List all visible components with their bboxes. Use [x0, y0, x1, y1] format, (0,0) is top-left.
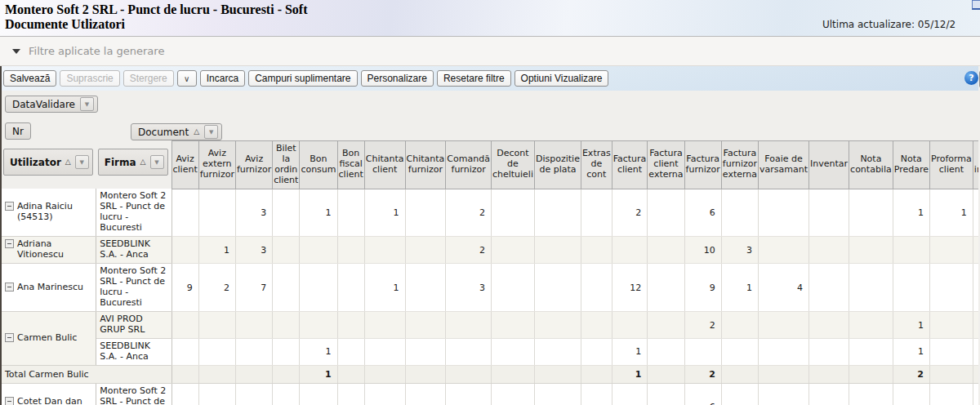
- value-cell: [612, 237, 648, 264]
- document-column-header-10: Dispozitie de plata: [534, 141, 581, 189]
- value-cell: [581, 365, 612, 383]
- chevron-down-icon[interactable]: ▼: [150, 155, 164, 169]
- value-cell: 1: [300, 365, 337, 383]
- value-cell: [809, 264, 849, 312]
- chevron-down-icon[interactable]: ▼: [80, 97, 94, 111]
- value-cell: 1: [612, 365, 648, 383]
- value-cell: [809, 383, 849, 405]
- value-cell: [364, 237, 405, 264]
- value-cell: [612, 383, 648, 405]
- incarca-button[interactable]: Incarca: [200, 70, 245, 87]
- datavalidare-field-button[interactable]: DataValidare ▼: [5, 96, 98, 113]
- collapse-icon[interactable]: [5, 283, 14, 292]
- collapse-icon[interactable]: [5, 397, 14, 405]
- table-row: Adina Raiciu (54513)Montero Soft 2 SRL -…: [2, 189, 978, 236]
- value-cell: [893, 383, 929, 405]
- value-cell: [973, 189, 978, 236]
- firm-cell: SEEDBLINK S.A. - Anca: [96, 339, 172, 366]
- value-cell: [198, 189, 235, 236]
- salveaza-button[interactable]: Salvează: [3, 70, 56, 87]
- page-subtitle: Documente Utlizatori: [5, 17, 125, 32]
- document-column-header-5: Bon fiscal client: [337, 141, 364, 189]
- value-cell: [337, 312, 364, 339]
- value-cell: [929, 365, 973, 383]
- value-cell: [337, 264, 364, 312]
- value-cell: [759, 237, 809, 264]
- value-cell: [721, 383, 758, 405]
- value-cell: [300, 383, 337, 405]
- value-cell: 10: [684, 237, 721, 264]
- value-cell: [446, 365, 492, 383]
- value-cell: [446, 383, 492, 405]
- saved-filters-dropdown[interactable]: ∨: [177, 70, 197, 87]
- utilizator-sort-header[interactable]: Utilizator△▼: [3, 149, 93, 176]
- value-cell: [721, 365, 758, 383]
- document-column-header-12: Factura client: [612, 141, 648, 189]
- value-cell: [300, 237, 337, 264]
- value-cell: 6: [684, 383, 721, 405]
- collapse-icon[interactable]: [5, 333, 14, 342]
- user-name: Ana Marinescu: [17, 283, 83, 293]
- value-cell: [849, 237, 893, 264]
- clipped-link-fragment[interactable]: [972, 0, 980, 10]
- value-cell: 2: [612, 189, 648, 236]
- value-cell: [929, 339, 973, 366]
- nr-button[interactable]: Nr: [5, 122, 31, 140]
- document-column-header-15: Factura furnizor externa: [721, 141, 758, 189]
- optiuni-vizualizare-button[interactable]: Optiuni Vizualizare: [514, 70, 609, 87]
- value-cell: [721, 312, 758, 339]
- value-cell: [198, 383, 235, 405]
- value-cell: 2: [684, 365, 721, 383]
- value-cell: 1: [300, 339, 337, 366]
- campuri-suplimentare-button[interactable]: Campuri suplimentare: [248, 70, 357, 87]
- collapse-icon[interactable]: [5, 202, 14, 211]
- document-column-header-1: Aviz extern furnizor: [198, 141, 235, 189]
- total-row-label: Total Carmen Bulic: [2, 365, 172, 383]
- chevron-down-icon[interactable]: ▼: [75, 155, 89, 169]
- value-cell: [612, 312, 648, 339]
- value-cell: [929, 383, 973, 405]
- value-cell: [721, 339, 758, 366]
- value-cell: [973, 312, 978, 339]
- value-cell: [405, 237, 446, 264]
- value-cell: [809, 339, 849, 366]
- value-cell: 1: [612, 339, 648, 366]
- document-column-header-17: Inventar: [809, 141, 849, 189]
- value-cell: [405, 383, 446, 405]
- value-cell: [172, 312, 198, 339]
- value-cell: [759, 339, 809, 366]
- value-cell: [491, 383, 534, 405]
- value-cell: [648, 237, 684, 264]
- document-column-header-0: Aviz client: [172, 141, 198, 189]
- user-cell: Adina Raiciu (54513): [2, 189, 96, 236]
- resetare-filtre-button[interactable]: Resetare filtre: [437, 70, 511, 87]
- value-cell: [405, 365, 446, 383]
- value-cell: [198, 339, 235, 366]
- firm-cell: Montero Soft 2 SRL - Punct de lucru - Bu…: [96, 264, 172, 312]
- value-cell: [172, 189, 198, 236]
- document-column-header-18: Nota contabila: [849, 141, 893, 189]
- personalizare-button[interactable]: Personalizare: [361, 70, 434, 87]
- value-cell: [849, 339, 893, 366]
- value-cell: 2: [446, 237, 492, 264]
- firma-sort-header[interactable]: Firma△▼: [98, 149, 168, 176]
- total-row: Total Carmen Bulic1122: [2, 365, 978, 383]
- filters-collapse-toggle[interactable]: Filtre aplicate la generare: [0, 45, 164, 57]
- value-cell: [534, 237, 581, 264]
- user-cell: Ana Marinescu: [2, 264, 96, 312]
- chevron-down-icon[interactable]: ▼: [204, 125, 218, 139]
- value-cell: 1: [300, 189, 337, 236]
- value-cell: [491, 237, 534, 264]
- value-cell: [581, 339, 612, 366]
- value-cell: [648, 312, 684, 339]
- value-cell: 6: [684, 189, 721, 236]
- help-icon[interactable]: ?: [964, 71, 978, 85]
- value-cell: [273, 189, 300, 236]
- collapse-icon[interactable]: [5, 239, 14, 248]
- user-cell: Carmen Bulic: [2, 312, 96, 366]
- filters-label: Filtre aplicate la generare: [29, 45, 164, 57]
- document-field-button[interactable]: Document △ ▼: [131, 123, 222, 140]
- value-cell: [273, 365, 300, 383]
- user-name: Cotet Dan dan dan: [17, 397, 94, 405]
- value-cell: 1: [893, 312, 929, 339]
